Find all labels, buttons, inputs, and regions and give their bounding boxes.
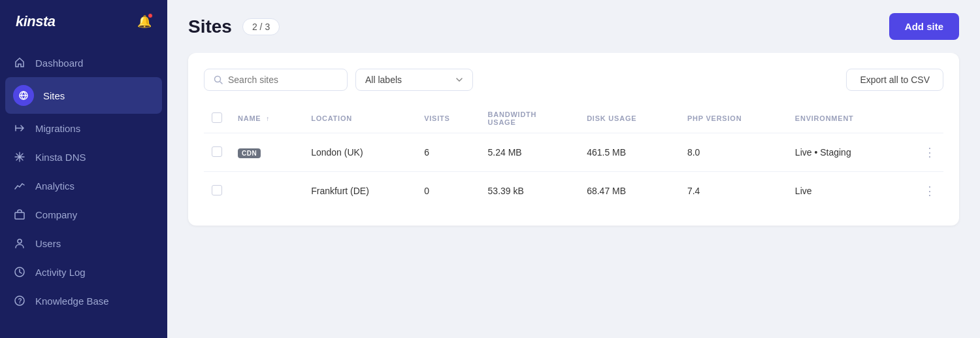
site-count-badge: 2 / 3 bbox=[242, 18, 280, 35]
users-icon bbox=[13, 237, 26, 250]
sites-card: All labels Export all to CSV bbox=[188, 53, 959, 226]
col-actions bbox=[901, 104, 943, 133]
table-row: Frankfurt (DE) 0 53.39 kB 68.47 MB 7.4 L… bbox=[204, 172, 943, 211]
row-environment-1: Live bbox=[787, 172, 902, 211]
row-environment-0: Live • Staging bbox=[787, 133, 902, 172]
col-location: LOCATION bbox=[303, 104, 416, 133]
add-site-button[interactable]: Add site bbox=[889, 13, 959, 40]
sidebar-item-dashboard[interactable]: Dashboard bbox=[0, 48, 167, 77]
dns-icon bbox=[13, 150, 26, 163]
sidebar-item-sites[interactable]: Sites bbox=[5, 77, 162, 114]
row-checkbox-cell bbox=[204, 133, 230, 172]
sort-arrow-icon: ↑ bbox=[266, 115, 270, 122]
col-php: PHP VERSION bbox=[679, 104, 787, 133]
col-environment: ENVIRONMENT bbox=[787, 104, 902, 133]
chevron-down-icon bbox=[455, 76, 463, 84]
activity-icon bbox=[13, 265, 26, 279]
row-more-1: ⋮ bbox=[901, 172, 943, 211]
sites-table: NAME ↑ LOCATION VISITS BANDWIDTHUSAGE DI… bbox=[204, 104, 943, 210]
sidebar-item-migrations-label: Migrations bbox=[35, 123, 80, 134]
row-checkbox-1[interactable] bbox=[212, 185, 222, 195]
row-name-0: CDN bbox=[230, 133, 303, 172]
notification-button[interactable]: 🔔 bbox=[137, 14, 152, 29]
sites-icon bbox=[13, 85, 34, 106]
row-checkbox-0[interactable] bbox=[212, 146, 222, 157]
sidebar-item-migrations[interactable]: Migrations bbox=[0, 114, 167, 143]
labels-value: All labels bbox=[365, 75, 402, 85]
content-area: All labels Export all to CSV bbox=[167, 53, 980, 338]
svg-point-6 bbox=[215, 76, 221, 82]
row-php-1: 7.4 bbox=[679, 172, 787, 211]
row-bandwidth-1: 53.39 kB bbox=[480, 172, 580, 211]
company-icon bbox=[13, 208, 26, 221]
sidebar-item-analytics[interactable]: Analytics bbox=[0, 171, 167, 200]
row-more-menu-icon-0[interactable]: ⋮ bbox=[924, 145, 936, 160]
filters-row: All labels Export all to CSV bbox=[204, 69, 943, 91]
sidebar-header: kinsta 🔔 bbox=[0, 0, 167, 43]
header-left: Sites 2 / 3 bbox=[188, 16, 280, 37]
cdn-badge: CDN bbox=[238, 148, 261, 158]
knowledge-icon: ? bbox=[13, 294, 26, 307]
row-name-1 bbox=[230, 172, 303, 211]
search-icon bbox=[214, 75, 223, 84]
page-header: Sites 2 / 3 Add site bbox=[167, 0, 980, 53]
export-csv-button[interactable]: Export all to CSV bbox=[846, 69, 943, 91]
table-header-row: NAME ↑ LOCATION VISITS BANDWIDTHUSAGE DI… bbox=[204, 104, 943, 133]
col-visits: VISITS bbox=[416, 104, 480, 133]
table-row: CDN London (UK) 6 5.24 MB 461.5 MB 8.0 L… bbox=[204, 133, 943, 172]
row-location-0: London (UK) bbox=[303, 133, 416, 172]
labels-dropdown[interactable]: All labels bbox=[355, 69, 473, 91]
sidebar-item-activity-log-label: Activity Log bbox=[35, 267, 86, 278]
filters-left: All labels bbox=[204, 69, 473, 91]
sidebar-item-users-label: Users bbox=[35, 238, 61, 249]
svg-text:?: ? bbox=[18, 297, 22, 305]
sidebar-item-activity-log[interactable]: Activity Log bbox=[0, 258, 167, 286]
kinsta-logo: kinsta bbox=[16, 13, 56, 30]
main-content: Sites 2 / 3 Add site bbox=[167, 0, 980, 338]
sidebar-item-analytics-label: Analytics bbox=[35, 180, 74, 192]
row-disk-0: 461.5 MB bbox=[579, 133, 679, 172]
row-more-0: ⋮ bbox=[901, 133, 943, 172]
svg-rect-1 bbox=[15, 212, 24, 219]
sidebar-item-company-label: Company bbox=[35, 209, 77, 220]
sidebar-nav: Dashboard Sites Migrations bbox=[0, 43, 167, 338]
svg-point-2 bbox=[18, 239, 22, 243]
sidebar-item-users[interactable]: Users bbox=[0, 229, 167, 258]
sidebar-item-company[interactable]: Company bbox=[0, 200, 167, 229]
sidebar-item-dashboard-label: Dashboard bbox=[35, 58, 83, 69]
analytics-icon bbox=[13, 179, 26, 192]
select-all-col bbox=[204, 104, 230, 133]
sidebar-item-sites-label: Sites bbox=[43, 90, 65, 101]
home-icon bbox=[13, 56, 26, 69]
row-disk-1: 68.47 MB bbox=[579, 172, 679, 211]
row-location-1: Frankfurt (DE) bbox=[303, 172, 416, 211]
sidebar-item-kinsta-dns[interactable]: Kinsta DNS bbox=[0, 143, 167, 171]
col-bandwidth: BANDWIDTHUSAGE bbox=[480, 104, 580, 133]
sidebar-item-knowledge-base-label: Knowledge Base bbox=[35, 296, 109, 307]
migrations-icon bbox=[13, 122, 26, 135]
search-wrapper bbox=[204, 69, 348, 91]
row-visits-0: 6 bbox=[416, 133, 480, 172]
col-name: NAME ↑ bbox=[230, 104, 303, 133]
sidebar-item-knowledge-base[interactable]: ? Knowledge Base bbox=[0, 286, 167, 315]
select-all-checkbox[interactable] bbox=[212, 112, 222, 123]
row-visits-1: 0 bbox=[416, 172, 480, 211]
sidebar: kinsta 🔔 Dashboard bbox=[0, 0, 167, 338]
col-disk: DISK USAGE bbox=[579, 104, 679, 133]
row-checkbox-cell bbox=[204, 172, 230, 211]
notification-dot bbox=[148, 13, 153, 18]
page-title: Sites bbox=[188, 16, 232, 37]
search-input[interactable] bbox=[228, 75, 338, 85]
row-bandwidth-0: 5.24 MB bbox=[480, 133, 580, 172]
row-php-0: 8.0 bbox=[679, 133, 787, 172]
row-more-menu-icon-1[interactable]: ⋮ bbox=[924, 184, 936, 198]
sidebar-item-kinsta-dns-label: Kinsta DNS bbox=[35, 152, 86, 163]
